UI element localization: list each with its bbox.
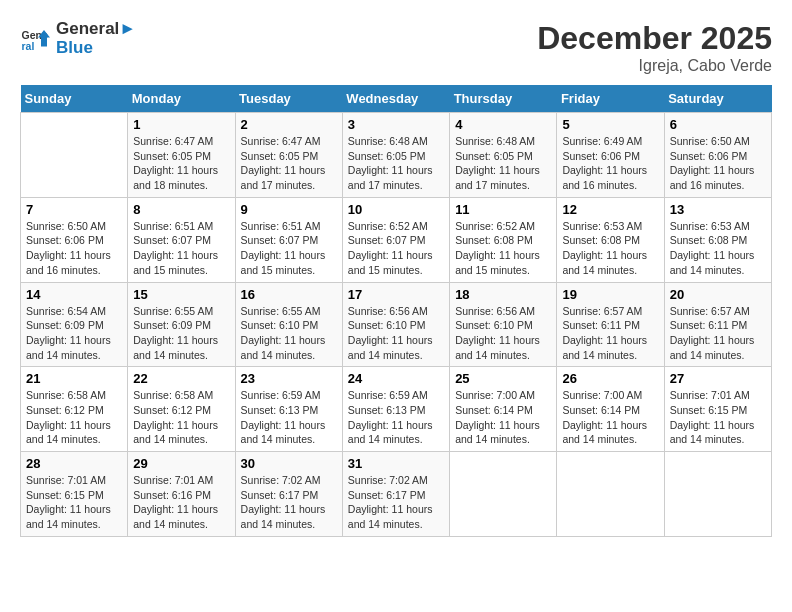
day-info: Sunrise: 6:59 AMSunset: 6:13 PMDaylight:… [348, 388, 444, 447]
day-number: 29 [133, 456, 229, 471]
day-number: 7 [26, 202, 122, 217]
day-number: 27 [670, 371, 766, 386]
day-number: 15 [133, 287, 229, 302]
calendar-cell: 5Sunrise: 6:49 AMSunset: 6:06 PMDaylight… [557, 113, 664, 198]
calendar-cell: 17Sunrise: 6:56 AMSunset: 6:10 PMDayligh… [342, 282, 449, 367]
calendar-cell: 22Sunrise: 6:58 AMSunset: 6:12 PMDayligh… [128, 367, 235, 452]
day-info: Sunrise: 6:55 AMSunset: 6:09 PMDaylight:… [133, 304, 229, 363]
day-info: Sunrise: 6:50 AMSunset: 6:06 PMDaylight:… [26, 219, 122, 278]
calendar-cell: 13Sunrise: 6:53 AMSunset: 6:08 PMDayligh… [664, 197, 771, 282]
day-number: 26 [562, 371, 658, 386]
main-title: December 2025 [537, 20, 772, 57]
day-number: 3 [348, 117, 444, 132]
day-number: 1 [133, 117, 229, 132]
day-info: Sunrise: 6:58 AMSunset: 6:12 PMDaylight:… [26, 388, 122, 447]
logo: Gene ral General► Blue [20, 20, 136, 57]
day-number: 8 [133, 202, 229, 217]
day-number: 4 [455, 117, 551, 132]
day-number: 24 [348, 371, 444, 386]
day-info: Sunrise: 6:48 AMSunset: 6:05 PMDaylight:… [348, 134, 444, 193]
day-info: Sunrise: 6:51 AMSunset: 6:07 PMDaylight:… [133, 219, 229, 278]
calendar-cell [450, 452, 557, 537]
calendar-cell: 15Sunrise: 6:55 AMSunset: 6:09 PMDayligh… [128, 282, 235, 367]
calendar-cell: 23Sunrise: 6:59 AMSunset: 6:13 PMDayligh… [235, 367, 342, 452]
calendar-cell [664, 452, 771, 537]
day-info: Sunrise: 6:51 AMSunset: 6:07 PMDaylight:… [241, 219, 337, 278]
calendar-cell: 7Sunrise: 6:50 AMSunset: 6:06 PMDaylight… [21, 197, 128, 282]
calendar-cell: 29Sunrise: 7:01 AMSunset: 6:16 PMDayligh… [128, 452, 235, 537]
calendar-cell: 26Sunrise: 7:00 AMSunset: 6:14 PMDayligh… [557, 367, 664, 452]
day-info: Sunrise: 6:58 AMSunset: 6:12 PMDaylight:… [133, 388, 229, 447]
day-number: 12 [562, 202, 658, 217]
subtitle: Igreja, Cabo Verde [537, 57, 772, 75]
day-number: 13 [670, 202, 766, 217]
day-info: Sunrise: 6:53 AMSunset: 6:08 PMDaylight:… [562, 219, 658, 278]
calendar-week-4: 21Sunrise: 6:58 AMSunset: 6:12 PMDayligh… [21, 367, 772, 452]
day-number: 23 [241, 371, 337, 386]
calendar-week-1: 1Sunrise: 6:47 AMSunset: 6:05 PMDaylight… [21, 113, 772, 198]
day-info: Sunrise: 6:52 AMSunset: 6:08 PMDaylight:… [455, 219, 551, 278]
calendar-cell: 9Sunrise: 6:51 AMSunset: 6:07 PMDaylight… [235, 197, 342, 282]
day-number: 31 [348, 456, 444, 471]
header-day-thursday: Thursday [450, 85, 557, 113]
day-info: Sunrise: 6:57 AMSunset: 6:11 PMDaylight:… [670, 304, 766, 363]
day-info: Sunrise: 6:54 AMSunset: 6:09 PMDaylight:… [26, 304, 122, 363]
calendar-cell: 6Sunrise: 6:50 AMSunset: 6:06 PMDaylight… [664, 113, 771, 198]
day-info: Sunrise: 6:47 AMSunset: 6:05 PMDaylight:… [133, 134, 229, 193]
calendar-cell: 27Sunrise: 7:01 AMSunset: 6:15 PMDayligh… [664, 367, 771, 452]
day-info: Sunrise: 6:56 AMSunset: 6:10 PMDaylight:… [455, 304, 551, 363]
day-info: Sunrise: 7:02 AMSunset: 6:17 PMDaylight:… [241, 473, 337, 532]
day-number: 6 [670, 117, 766, 132]
calendar-week-5: 28Sunrise: 7:01 AMSunset: 6:15 PMDayligh… [21, 452, 772, 537]
calendar-cell: 4Sunrise: 6:48 AMSunset: 6:05 PMDaylight… [450, 113, 557, 198]
day-info: Sunrise: 6:52 AMSunset: 6:07 PMDaylight:… [348, 219, 444, 278]
day-number: 10 [348, 202, 444, 217]
day-info: Sunrise: 6:49 AMSunset: 6:06 PMDaylight:… [562, 134, 658, 193]
calendar-cell: 16Sunrise: 6:55 AMSunset: 6:10 PMDayligh… [235, 282, 342, 367]
day-number: 2 [241, 117, 337, 132]
day-info: Sunrise: 6:47 AMSunset: 6:05 PMDaylight:… [241, 134, 337, 193]
day-info: Sunrise: 7:00 AMSunset: 6:14 PMDaylight:… [562, 388, 658, 447]
day-info: Sunrise: 6:53 AMSunset: 6:08 PMDaylight:… [670, 219, 766, 278]
header-day-tuesday: Tuesday [235, 85, 342, 113]
day-number: 16 [241, 287, 337, 302]
day-info: Sunrise: 6:55 AMSunset: 6:10 PMDaylight:… [241, 304, 337, 363]
calendar-cell: 28Sunrise: 7:01 AMSunset: 6:15 PMDayligh… [21, 452, 128, 537]
day-number: 18 [455, 287, 551, 302]
day-number: 14 [26, 287, 122, 302]
day-number: 21 [26, 371, 122, 386]
calendar-table: SundayMondayTuesdayWednesdayThursdayFrid… [20, 85, 772, 537]
svg-text:ral: ral [22, 39, 35, 51]
day-info: Sunrise: 7:01 AMSunset: 6:15 PMDaylight:… [670, 388, 766, 447]
calendar-cell: 18Sunrise: 6:56 AMSunset: 6:10 PMDayligh… [450, 282, 557, 367]
day-info: Sunrise: 6:50 AMSunset: 6:06 PMDaylight:… [670, 134, 766, 193]
day-number: 20 [670, 287, 766, 302]
page-header: Gene ral General► Blue December 2025 Igr… [20, 20, 772, 75]
calendar-cell: 25Sunrise: 7:00 AMSunset: 6:14 PMDayligh… [450, 367, 557, 452]
calendar-cell: 24Sunrise: 6:59 AMSunset: 6:13 PMDayligh… [342, 367, 449, 452]
day-info: Sunrise: 6:48 AMSunset: 6:05 PMDaylight:… [455, 134, 551, 193]
header-day-sunday: Sunday [21, 85, 128, 113]
day-info: Sunrise: 7:01 AMSunset: 6:15 PMDaylight:… [26, 473, 122, 532]
day-number: 5 [562, 117, 658, 132]
calendar-cell: 3Sunrise: 6:48 AMSunset: 6:05 PMDaylight… [342, 113, 449, 198]
day-number: 25 [455, 371, 551, 386]
calendar-cell: 20Sunrise: 6:57 AMSunset: 6:11 PMDayligh… [664, 282, 771, 367]
header-day-monday: Monday [128, 85, 235, 113]
calendar-cell: 11Sunrise: 6:52 AMSunset: 6:08 PMDayligh… [450, 197, 557, 282]
day-number: 17 [348, 287, 444, 302]
day-info: Sunrise: 6:57 AMSunset: 6:11 PMDaylight:… [562, 304, 658, 363]
calendar-cell: 21Sunrise: 6:58 AMSunset: 6:12 PMDayligh… [21, 367, 128, 452]
calendar-week-3: 14Sunrise: 6:54 AMSunset: 6:09 PMDayligh… [21, 282, 772, 367]
day-info: Sunrise: 7:02 AMSunset: 6:17 PMDaylight:… [348, 473, 444, 532]
day-info: Sunrise: 6:56 AMSunset: 6:10 PMDaylight:… [348, 304, 444, 363]
calendar-week-2: 7Sunrise: 6:50 AMSunset: 6:06 PMDaylight… [21, 197, 772, 282]
calendar-cell [21, 113, 128, 198]
day-number: 9 [241, 202, 337, 217]
calendar-cell: 31Sunrise: 7:02 AMSunset: 6:17 PMDayligh… [342, 452, 449, 537]
calendar-cell: 1Sunrise: 6:47 AMSunset: 6:05 PMDaylight… [128, 113, 235, 198]
title-section: December 2025 Igreja, Cabo Verde [537, 20, 772, 75]
header-day-friday: Friday [557, 85, 664, 113]
day-info: Sunrise: 6:59 AMSunset: 6:13 PMDaylight:… [241, 388, 337, 447]
calendar-cell: 2Sunrise: 6:47 AMSunset: 6:05 PMDaylight… [235, 113, 342, 198]
